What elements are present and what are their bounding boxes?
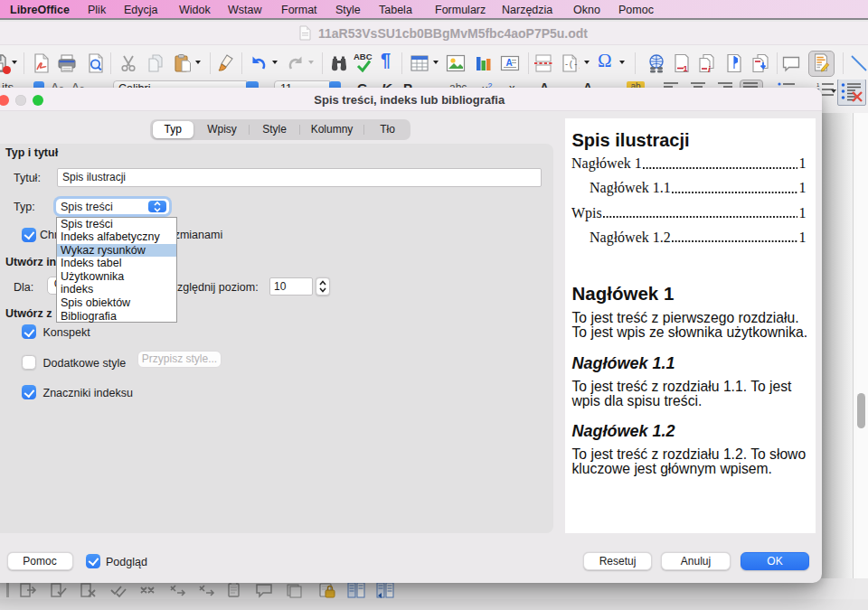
svg-text:1: 1	[684, 64, 688, 73]
svg-text:-(-): -(-)	[564, 61, 580, 70]
svg-text:A: A	[506, 58, 513, 68]
